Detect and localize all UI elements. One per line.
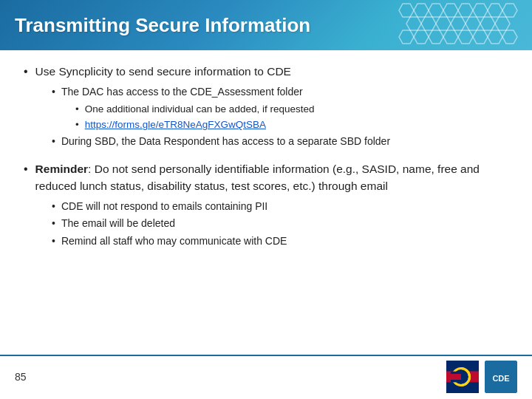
b2-sub-2-dot: • — [52, 216, 55, 231]
svg-marker-17 — [429, 30, 443, 44]
bullet-2-subbullets: • CDE will not respond to emails contain… — [52, 199, 508, 248]
svg-marker-0 — [399, 4, 414, 17]
sub-2-dot: • — [52, 134, 55, 149]
svg-text:CDE: CDE — [492, 374, 509, 383]
slide-content: • Use Syncplicity to send secure informa… — [0, 50, 532, 355]
slide: Transmitting Secure Information • Use Sy… — [0, 0, 532, 399]
bullet-1-sub-2: • During SBD, the Data Respondent has ac… — [52, 134, 508, 149]
svg-marker-12 — [466, 17, 480, 30]
bullet-2-text: Reminder: Do not send personally identif… — [35, 161, 508, 194]
sub-sub-1-text: One additional individual can be added, … — [85, 102, 315, 117]
svg-marker-8 — [406, 17, 421, 30]
sub-sub-1-dot: • — [75, 102, 79, 117]
bullet-1-dot: • — [24, 64, 28, 80]
bullet-1: • Use Syncplicity to send secure informa… — [24, 64, 508, 80]
slide-header: Transmitting Secure Information — [0, 0, 532, 50]
slide-footer: 85 CDE — [0, 355, 532, 399]
bullet-1-subbullets: • The DAC has access to the CDE_Assessme… — [52, 84, 508, 149]
svg-marker-5 — [473, 4, 488, 17]
b2-sub-3-dot: • — [52, 233, 55, 248]
svg-marker-4 — [458, 4, 473, 17]
svg-rect-30 — [451, 374, 461, 380]
cde-logo: CDE — [485, 361, 517, 393]
b2-sub-2-text: The email will be deleted — [61, 216, 175, 231]
sub-1-text: The DAC has access to the CDE_Assessment… — [61, 84, 303, 99]
svg-marker-6 — [488, 4, 502, 17]
colorado-logo — [446, 361, 479, 393]
footer-logos: CDE — [446, 361, 517, 393]
b2-sub-3-text: Remind all staff who may communicate wit… — [61, 233, 287, 248]
sub-1-dot: • — [52, 84, 55, 99]
svg-marker-19 — [458, 30, 473, 44]
svg-marker-20 — [473, 30, 488, 44]
sub-sub-2: • https://forms.gle/eTR8NeAgFXGwQtSBA — [75, 117, 508, 132]
bullet-1-section: • Use Syncplicity to send secure informa… — [24, 64, 508, 151]
bullet-2-sub-2: • The email will be deleted — [52, 216, 508, 231]
sub-2-text: During SBD, the Data Respondent has acce… — [61, 134, 390, 149]
svg-marker-14 — [495, 17, 510, 30]
bullet-2-dot: • — [24, 161, 28, 177]
bullet-1-text: Use Syncplicity to send secure informati… — [35, 64, 291, 80]
sub-sub-2-dot: • — [75, 117, 79, 132]
svg-marker-21 — [488, 30, 502, 44]
svg-marker-1 — [414, 4, 429, 17]
bullet-2-sub-1: • CDE will not respond to emails contain… — [52, 199, 508, 214]
svg-marker-9 — [421, 17, 436, 30]
slide-title: Transmitting Secure Information — [15, 14, 310, 37]
sub-sub-2-link[interactable]: https://forms.gle/eTR8NeAgFXGwQtSBA — [85, 117, 266, 132]
svg-marker-11 — [451, 17, 466, 30]
bullet-2: • Reminder: Do not send personally ident… — [24, 161, 508, 194]
b2-sub-1-dot: • — [52, 199, 55, 214]
sub-sub-1: • One additional individual can be added… — [75, 102, 508, 117]
svg-marker-10 — [436, 17, 451, 30]
b2-sub-1-text: CDE will not respond to emails containin… — [61, 199, 267, 214]
header-hex-pattern — [392, 0, 525, 50]
reminder-label: Reminder — [35, 163, 89, 175]
sub-sub-bullets: • One additional individual can be added… — [75, 102, 508, 132]
svg-marker-3 — [443, 4, 458, 17]
bullet-2-section: • Reminder: Do not send personally ident… — [24, 161, 508, 250]
svg-marker-13 — [480, 17, 495, 30]
page-number: 85 — [15, 371, 27, 383]
svg-marker-7 — [502, 4, 517, 17]
svg-marker-2 — [429, 4, 443, 17]
svg-marker-16 — [414, 30, 429, 44]
bullet-2-rest: : Do not send personally identifiable in… — [35, 163, 480, 191]
svg-marker-22 — [502, 30, 517, 44]
svg-marker-18 — [443, 30, 458, 44]
bullet-1-sub-1: • The DAC has access to the CDE_Assessme… — [52, 84, 508, 99]
bullet-2-sub-3: • Remind all staff who may communicate w… — [52, 233, 508, 248]
svg-marker-15 — [399, 30, 414, 44]
